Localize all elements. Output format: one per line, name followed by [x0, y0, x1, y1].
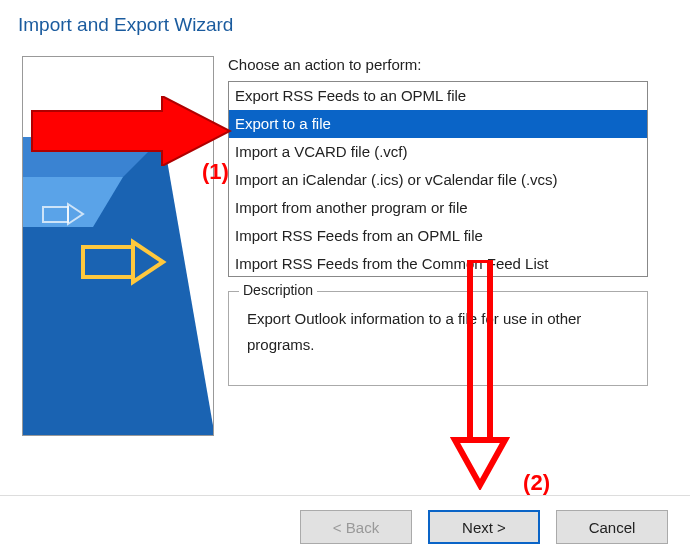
separator	[0, 495, 690, 496]
back-button: < Back	[300, 510, 412, 544]
list-item[interactable]: Import RSS Feeds from an OPML file	[229, 222, 647, 250]
svg-marker-10	[455, 440, 505, 485]
action-listbox[interactable]: Export RSS Feeds to an OPML file Export …	[228, 81, 648, 277]
description-legend: Description	[239, 282, 317, 298]
list-item[interactable]: Import a VCARD file (.vcf)	[229, 138, 647, 166]
description-group: Description Export Outlook information t…	[228, 291, 648, 386]
wizard-title: Import and Export Wizard	[0, 0, 690, 56]
action-prompt-label: Choose an action to perform:	[228, 56, 678, 73]
wizard-content: Choose an action to perform: Export RSS …	[0, 56, 690, 436]
main-pane: Choose an action to perform: Export RSS …	[228, 56, 678, 436]
list-item[interactable]: Export RSS Feeds to an OPML file	[229, 82, 647, 110]
wizard-button-bar: < Back Next > Cancel	[300, 510, 668, 544]
wizard-illustration	[22, 56, 214, 436]
list-item[interactable]: Import an iCalendar (.ics) or vCalendar …	[229, 166, 647, 194]
list-item[interactable]: Export to a file	[229, 110, 647, 138]
list-item[interactable]: Import from another program or file	[229, 194, 647, 222]
description-text: Export Outlook information to a file for…	[247, 302, 629, 357]
list-item[interactable]: Import RSS Feeds from the Common Feed Li…	[229, 250, 647, 277]
cancel-button[interactable]: Cancel	[556, 510, 668, 544]
next-button[interactable]: Next >	[428, 510, 540, 544]
import-export-wizard-dialog: Import and Export Wizard Choose an actio…	[0, 0, 690, 558]
annotation-label-2: (2)	[523, 470, 550, 496]
